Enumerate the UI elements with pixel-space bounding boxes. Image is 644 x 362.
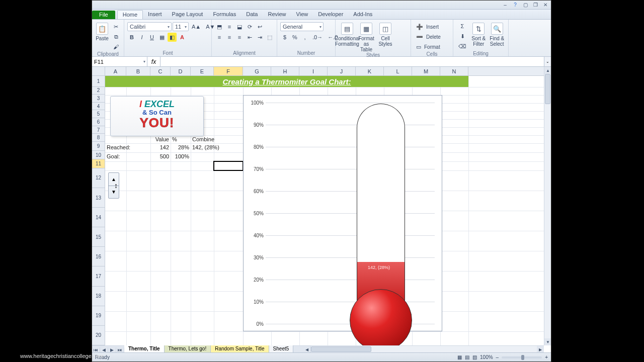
spin-button[interactable]: ▲▼ <box>108 172 119 199</box>
sheet-tab-sheet5[interactable]: Sheet5 <box>269 345 294 352</box>
active-cell[interactable] <box>213 161 244 171</box>
row-header-8[interactable]: 8 <box>92 134 105 142</box>
row-header-17[interactable]: 17 <box>92 266 105 286</box>
insert-cells-button[interactable]: ➕ <box>414 22 425 31</box>
col-header-G[interactable]: G <box>243 67 271 75</box>
align-top-button[interactable]: ⬒ <box>215 22 224 31</box>
currency-button[interactable]: $ <box>280 33 289 42</box>
font-size-combo[interactable]: 11 <box>173 22 189 31</box>
tab-page-layout[interactable]: Page Layout <box>167 10 208 19</box>
row-header-1[interactable]: 1 <box>92 76 105 87</box>
clear-button[interactable]: ⌫ <box>456 42 468 51</box>
tab-home[interactable]: Home <box>117 10 143 19</box>
zoom-slider[interactable] <box>502 356 542 358</box>
zoom-level[interactable]: 100% <box>480 354 493 360</box>
row-header-3[interactable]: 3 <box>92 95 105 103</box>
comma-button[interactable]: , <box>300 33 309 42</box>
col-header-J[interactable]: J <box>328 67 356 75</box>
autosum-button[interactable]: Σ <box>456 22 468 31</box>
increase-indent-button[interactable]: ⇥ <box>255 33 264 42</box>
row-header-10[interactable]: 10 <box>92 151 105 160</box>
scroll-left-icon[interactable]: ◀ <box>303 346 310 352</box>
bold-button[interactable]: B <box>127 33 136 42</box>
merge-button[interactable]: ⬚ <box>265 33 274 42</box>
tab-formulas[interactable]: Formulas <box>208 10 241 19</box>
align-middle-button[interactable]: ≡ <box>225 22 234 31</box>
col-header-H[interactable]: H <box>271 67 299 75</box>
hscroll-thumb[interactable] <box>311 346 371 352</box>
format-cells-button[interactable]: ▭ <box>414 42 423 51</box>
zoom-in-button[interactable]: + <box>545 354 548 360</box>
tab-insert[interactable]: Insert <box>143 10 167 19</box>
tab-developer[interactable]: Developer <box>313 10 348 19</box>
row-header-16[interactable]: 16 <box>92 247 105 266</box>
file-tab[interactable]: File <box>92 11 115 19</box>
orientation-button[interactable]: ⟳ <box>245 22 254 31</box>
cell-C8[interactable]: Value <box>150 136 171 142</box>
cell-E8[interactable]: Combine <box>191 136 214 142</box>
spin-up-icon[interactable]: ▲ <box>109 173 119 186</box>
view-normal-icon[interactable]: ▦ <box>457 354 462 360</box>
ribbon-toggle-icon[interactable]: ▢ <box>522 2 529 8</box>
align-center-button[interactable]: ≡ <box>225 33 234 42</box>
sheet-nav-0[interactable]: ⏮ <box>92 347 100 352</box>
fx-icon[interactable]: fx <box>147 57 160 66</box>
sheet-nav-2[interactable]: ▶ <box>108 347 116 352</box>
cell-A10[interactable]: Goal: <box>105 153 126 159</box>
conditional-formatting-button[interactable]: ▤Conditional Formatting <box>339 21 356 47</box>
row-header-6[interactable]: 6 <box>92 118 105 126</box>
row-header-20[interactable]: 20 <box>92 326 105 345</box>
border-button[interactable]: ▦ <box>157 33 167 42</box>
col-header-K[interactable]: K <box>356 67 384 75</box>
expand-formula-bar[interactable]: ⌄ <box>544 57 551 66</box>
col-header-I[interactable]: I <box>299 67 328 75</box>
tab-add-ins[interactable]: Add-Ins <box>348 10 377 19</box>
scroll-up-icon[interactable]: ▲ <box>544 67 551 74</box>
format-painter-button[interactable]: 🖌 <box>111 42 121 51</box>
col-header-N[interactable]: N <box>440 67 468 75</box>
find-select-button[interactable]: 🔍Find & Select <box>489 21 506 47</box>
row-header-19[interactable]: 19 <box>92 306 105 326</box>
select-all-corner[interactable] <box>92 67 105 76</box>
row-header-4[interactable]: 4 <box>92 103 105 111</box>
copy-button[interactable]: ⧉ <box>111 32 121 41</box>
tab-view[interactable]: View <box>291 10 313 19</box>
row-header-7[interactable]: 7 <box>92 126 105 134</box>
cell-D10[interactable]: 100% <box>171 153 191 159</box>
col-header-L[interactable]: L <box>384 67 412 75</box>
italic-button[interactable]: I <box>137 33 146 42</box>
row-header-11[interactable]: 11 <box>92 159 105 168</box>
scroll-right-icon[interactable]: ▶ <box>537 346 544 352</box>
wrap-text-button[interactable]: ↩ <box>255 22 264 31</box>
tab-review[interactable]: Review <box>263 10 291 19</box>
view-break-icon[interactable]: ▧ <box>472 354 477 360</box>
horizontal-scrollbar[interactable]: ⏮◀▶⏭ Thermo, TitleThermo, Lets go!Random… <box>92 345 544 352</box>
sheet-nav-1[interactable]: ◀ <box>100 347 108 352</box>
formula-input[interactable] <box>160 57 544 66</box>
cell-E9[interactable]: 142, (28%) <box>191 144 214 150</box>
align-bottom-button[interactable]: ⬓ <box>235 22 244 31</box>
percent-button[interactable]: % <box>290 33 299 42</box>
col-header-B[interactable]: B <box>126 67 150 75</box>
col-header-M[interactable]: M <box>412 67 440 75</box>
row-header-5[interactable]: 5 <box>92 110 105 118</box>
row-header-13[interactable]: 13 <box>92 188 105 208</box>
tab-data[interactable]: Data <box>241 10 263 19</box>
col-header-C[interactable]: C <box>150 67 171 75</box>
cell-D8[interactable]: % <box>171 136 191 142</box>
sheet-tab-random-sample-title[interactable]: Random Sample, Title <box>211 345 269 352</box>
paste-button[interactable]: 📋 Paste <box>95 21 109 41</box>
help-icon[interactable]: ? <box>512 2 519 8</box>
sort-filter-button[interactable]: ⇅Sort & Filter <box>470 21 487 47</box>
cell-styles-button[interactable]: ◫Cell Styles <box>377 21 394 47</box>
minimize-icon[interactable]: – <box>502 2 509 8</box>
worksheet-grid[interactable]: ABCDEFGHIJKLMN 1234567891011121314151617… <box>92 67 551 352</box>
delete-cells-button[interactable]: ➖ <box>414 32 425 41</box>
thermometer-chart[interactable]: 0%10%20%30%40%50%60%70%80%90%100%142, (2… <box>243 95 442 331</box>
col-header-F[interactable]: F <box>214 67 243 75</box>
name-box[interactable]: F11 <box>92 57 147 66</box>
fill-button[interactable]: ⬇ <box>456 32 468 41</box>
font-name-combo[interactable]: Calibri <box>127 22 172 31</box>
fill-color-button[interactable]: ◧ <box>168 33 177 42</box>
row-header-9[interactable]: 9 <box>92 142 105 151</box>
